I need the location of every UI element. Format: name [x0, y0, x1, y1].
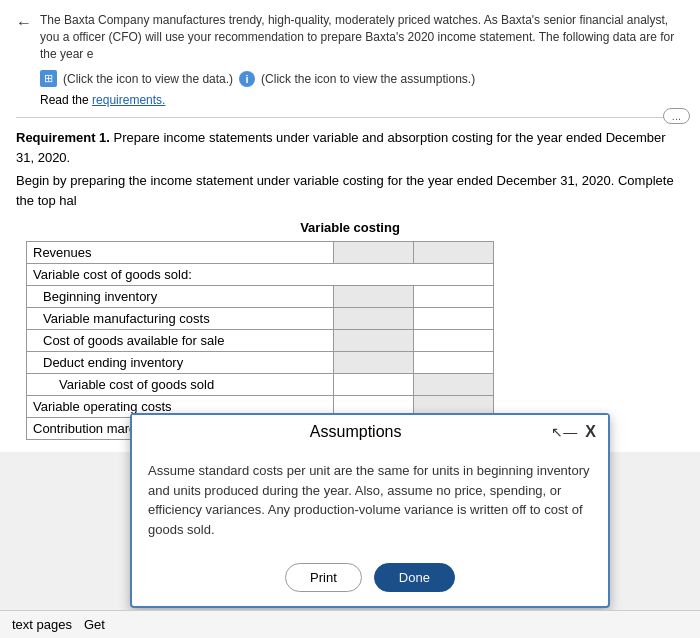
- cogs-available-empty: [413, 330, 493, 352]
- vcogs-result-input[interactable]: [413, 374, 493, 396]
- modal-footer: Print Done: [132, 555, 608, 606]
- requirement-label: Requirement 1.: [16, 130, 110, 145]
- deduct-ending-label: Deduct ending inventory: [27, 352, 334, 374]
- table-row: Beginning inventory: [27, 286, 494, 308]
- deduct-ending-input[interactable]: [333, 352, 413, 374]
- section-title: Variable costing: [16, 220, 684, 235]
- assumptions-modal: Assumptions ↖ — X Assume standard costs …: [130, 413, 610, 608]
- requirement-body: Prepare income statements under variable…: [16, 130, 666, 165]
- vcogs-result-label: Variable cost of goods sold: [27, 374, 334, 396]
- modal-header: Assumptions ↖ — X: [132, 415, 608, 449]
- variable-mfg-empty: [413, 308, 493, 330]
- modal-body: Assume standard costs per unit are the s…: [132, 449, 608, 555]
- revenues-input[interactable]: [333, 242, 413, 264]
- main-content: ← The Baxta Company manufactures trendy,…: [0, 0, 700, 452]
- table-row: Variable cost of goods sold:: [27, 264, 494, 286]
- back-arrow-icon[interactable]: ←: [16, 14, 32, 32]
- table-row: Variable manufacturing costs: [27, 308, 494, 330]
- info-icon-label: (Click the icon to view the assumptions.…: [261, 72, 475, 86]
- modal-title: Assumptions: [144, 423, 547, 441]
- sub-text: Begin by preparing the income statement …: [16, 171, 684, 210]
- grid-icon[interactable]: ⊞: [40, 70, 57, 87]
- divider: [16, 117, 684, 118]
- modal-controls: — X: [563, 423, 596, 441]
- done-button[interactable]: Done: [374, 563, 455, 592]
- table-row: Deduct ending inventory: [27, 352, 494, 374]
- beginning-inventory-input[interactable]: [333, 286, 413, 308]
- top-bar: ← The Baxta Company manufactures trendy,…: [16, 12, 684, 62]
- print-button[interactable]: Print: [285, 563, 362, 592]
- header-description: The Baxta Company manufactures trendy, h…: [40, 12, 684, 62]
- variable-mfg-label: Variable manufacturing costs: [27, 308, 334, 330]
- read-label: Read the: [40, 93, 89, 107]
- bottom-bar: text pages Get: [0, 610, 700, 638]
- read-line: Read the requirements.: [40, 93, 684, 107]
- three-dots-button[interactable]: ...: [663, 108, 690, 124]
- requirement-text: Requirement 1. Prepare income statements…: [16, 128, 684, 167]
- variable-mfg-input[interactable]: [333, 308, 413, 330]
- deduct-ending-empty: [413, 352, 493, 374]
- cursor-icon: ↖: [551, 424, 563, 440]
- modal-close-button[interactable]: X: [585, 423, 596, 441]
- revenues-label: Revenues: [27, 242, 334, 264]
- cogs-available-label: Cost of goods available for sale: [27, 330, 334, 352]
- get-label[interactable]: Get: [84, 617, 105, 632]
- beginning-inventory-empty: [413, 286, 493, 308]
- info-icon[interactable]: i: [239, 71, 255, 87]
- table-row: Cost of goods available for sale: [27, 330, 494, 352]
- text-pages-label: text pages: [12, 617, 72, 632]
- income-table: Revenues Variable cost of goods sold: Be…: [26, 241, 494, 440]
- revenues-input-right[interactable]: [413, 242, 493, 264]
- table-row: Variable cost of goods sold: [27, 374, 494, 396]
- cogs-available-input[interactable]: [333, 330, 413, 352]
- requirements-link[interactable]: requirements.: [92, 93, 165, 107]
- icon-row: ⊞ (Click the icon to view the data.) i (…: [40, 70, 684, 87]
- grid-icon-label: (Click the icon to view the data.): [63, 72, 233, 86]
- modal-minimize-button[interactable]: —: [563, 425, 577, 439]
- vcogs-label: Variable cost of goods sold:: [27, 264, 494, 286]
- beginning-inventory-label: Beginning inventory: [27, 286, 334, 308]
- vcogs-result-empty: [333, 374, 413, 396]
- table-row: Revenues: [27, 242, 494, 264]
